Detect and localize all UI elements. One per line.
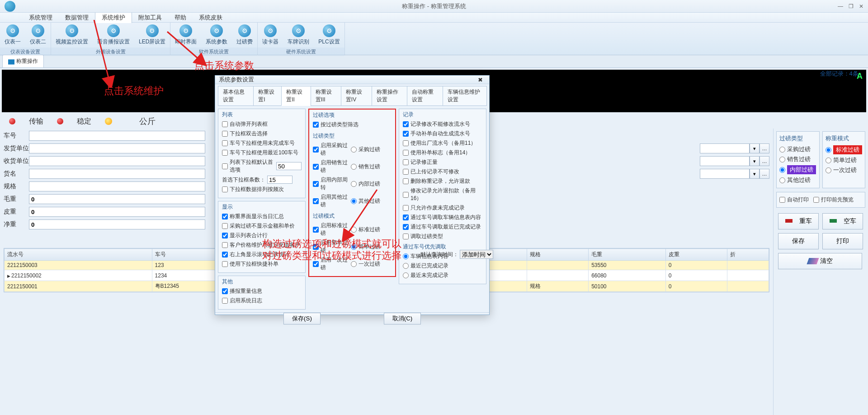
combo-receiver-btn[interactable]: ▾	[750, 156, 760, 166]
grid-header[interactable]: 毛重	[589, 249, 666, 261]
rec-item-9[interactable]: 通过车号调取车辆信息表内容	[403, 213, 482, 222]
input-goods[interactable]	[29, 169, 205, 179]
ribbon-3-2[interactable]: ⚙PLC设置	[314, 23, 344, 48]
menu-3[interactable]: 附加工具	[132, 12, 168, 23]
rec-item-6[interactable]: 删除称重记录，允许退款	[403, 176, 482, 186]
btn-heavy[interactable]: 重车	[778, 213, 819, 229]
btn-print[interactable]: 打印	[822, 233, 863, 249]
disp-item-1[interactable]: 采购过磅不显示金额和单价	[222, 221, 302, 231]
dialog-tab-0[interactable]: 基本信息设置	[218, 86, 254, 106]
menu-5[interactable]: 系统皮肤	[193, 12, 229, 23]
ribbon-3-1[interactable]: ⚙车牌识别	[283, 23, 314, 48]
type-radio-1[interactable]	[779, 157, 785, 162]
dialog-close-icon[interactable]: ✖	[475, 76, 486, 83]
workspace-tab[interactable]: 称重操作	[2, 55, 44, 67]
dialog-tab-4[interactable]: 称重设置IV	[341, 86, 372, 106]
other-item-1[interactable]: 启用系统日志	[222, 296, 302, 305]
input-sender[interactable]	[29, 143, 205, 153]
ftype-r-3[interactable]: 其他过磅	[351, 192, 392, 210]
ribbon-1-2[interactable]: ⚙LED屏设置	[134, 23, 170, 48]
rec-item-8[interactable]: 只允许作废未完成记录	[403, 203, 482, 213]
menu-2[interactable]: 系统维护	[95, 12, 132, 23]
menu-1[interactable]: 数据管理	[59, 12, 95, 23]
other-item-0[interactable]: 播报重量信息	[222, 286, 302, 296]
input-spec[interactable]	[29, 181, 205, 191]
ribbon-2-2[interactable]: ⚙过磅费	[232, 23, 257, 48]
btn-clear[interactable]: 清空	[778, 253, 862, 269]
grid-header[interactable]: 规格	[527, 249, 588, 261]
type-radio-2[interactable]	[779, 167, 785, 173]
combo-goods-more[interactable]: …	[760, 169, 769, 179]
list-item-0[interactable]: 自动弹开列表框	[222, 119, 302, 129]
combo-sender-btn[interactable]: ▾	[750, 143, 760, 153]
grid-header[interactable]: 流水号	[5, 249, 152, 261]
combo-sender[interactable]	[700, 143, 750, 153]
list-item-4[interactable]: 列表下拉框默认首选项	[222, 157, 302, 175]
dialog-tab-2[interactable]: 称重设置II	[281, 86, 311, 106]
ftype-l-3[interactable]: 启用其他过磅	[313, 192, 351, 210]
ftype-r-0[interactable]: 采购过磅	[351, 141, 392, 158]
dialog-tab-5[interactable]: 称重操作设置	[372, 86, 407, 106]
input-car[interactable]	[29, 131, 205, 141]
restore-icon[interactable]: ❐	[849, 3, 854, 10]
fmode-r-0[interactable]: 标准过磅	[351, 221, 392, 238]
ribbon-2-1[interactable]: ⚙系统参数	[201, 23, 232, 48]
filter-top[interactable]: 按过磅类型筛选	[313, 120, 392, 129]
ftype-l-1[interactable]: 启用销售过磅	[313, 158, 351, 175]
dialog-save-button[interactable]: 保存(S)	[283, 313, 321, 324]
disp-item-2[interactable]: 显示列表合计行	[222, 231, 302, 240]
prio-2[interactable]: 最近未完成记录	[403, 271, 482, 280]
list-item-5[interactable]: 首选下拉框条数：	[222, 175, 302, 185]
grid-header[interactable]: 折	[727, 249, 769, 261]
rec-item-0[interactable]: 记录修改不能修改流水号	[403, 119, 482, 129]
fmode-l-2[interactable]: 启用一次过磅	[313, 255, 351, 272]
ribbon-1-0[interactable]: ⚙视频监控设置	[51, 23, 93, 48]
prio-1[interactable]: 最近已完成记录	[403, 261, 482, 271]
mode-radio-2[interactable]	[826, 167, 831, 173]
ftype-l-2[interactable]: 启用内部周转	[313, 175, 351, 192]
ftype-r-1[interactable]: 销售过磅	[351, 158, 392, 175]
list-item-6[interactable]: 下拉框数据排列按频次	[222, 185, 302, 194]
disp-item-5[interactable]: 使用下拉框快捷补单	[222, 259, 302, 269]
disp-item-3[interactable]: 客户价格维护只显示充值客户	[222, 240, 302, 250]
type-radio-0[interactable]	[779, 147, 785, 153]
rec-item-7[interactable]: 修改记录允许退扣款（备用16）	[403, 186, 482, 203]
btn-save[interactable]: 保存	[778, 233, 819, 249]
ribbon-1-1[interactable]: ⚙语音播报设置	[93, 23, 134, 48]
rec-item-1[interactable]: 手动补单自动生成流水号	[403, 129, 482, 138]
dialog-cancel-button[interactable]: 取消(C)	[384, 313, 421, 324]
list-item-3[interactable]: 车号下拉框使用最近100车号	[222, 148, 302, 157]
combo-receiver-more[interactable]: …	[760, 156, 769, 166]
ribbon-2-0[interactable]: ⚙即时界面	[170, 23, 201, 48]
dialog-tab-7[interactable]: 车辆信息维护设置	[443, 86, 487, 106]
combo-sender-more[interactable]: …	[760, 143, 769, 153]
combo-goods[interactable]	[700, 169, 750, 179]
ribbon-0-1[interactable]: ⚙仪表二	[25, 23, 51, 48]
fmode-r-1[interactable]: 简单过磅	[351, 238, 392, 255]
combo-receiver[interactable]	[700, 156, 750, 166]
fmode-l-1[interactable]: 启用简单过磅	[313, 238, 351, 255]
chk-autoprint[interactable]: 自动打印	[779, 195, 809, 205]
input-net[interactable]	[29, 219, 205, 229]
ribbon-0-0[interactable]: ⚙仪表一	[0, 23, 25, 48]
disp-item-4[interactable]: 右上角显示滚动记录统计	[222, 250, 302, 259]
list-item-1[interactable]: 下拉框双击选择	[222, 129, 302, 138]
dialog-tab-3[interactable]: 称重设置III	[311, 86, 341, 106]
type-radio-3[interactable]	[779, 177, 785, 183]
rec-item-5[interactable]: 已上传记录不可修改	[403, 167, 482, 176]
list-item-4-num[interactable]	[276, 162, 302, 170]
ftype-r-2[interactable]: 内部过磅	[351, 175, 392, 192]
chk-preview[interactable]: 打印前先预览	[813, 195, 854, 205]
fmode-l-0[interactable]: 启用标准过磅	[313, 221, 351, 238]
menu-4[interactable]: 帮助	[168, 12, 193, 23]
mode-radio-0[interactable]	[826, 147, 831, 153]
rec-item-2[interactable]: 使用出厂流水号（备用11）	[403, 138, 482, 148]
ribbon-3-0[interactable]: ⚙读卡器	[258, 23, 283, 48]
dialog-tab-1[interactable]: 称重设置I	[253, 86, 282, 106]
combo-goods-btn[interactable]: ▾	[750, 169, 760, 179]
input-tare[interactable]	[29, 207, 205, 217]
rec-item-11[interactable]: 调取过磅类型	[403, 232, 482, 241]
list-item-5-num[interactable]	[267, 176, 292, 184]
dialog-tab-6[interactable]: 自动称重设置	[407, 86, 443, 106]
disp-item-0[interactable]: 称重界面显示当日汇总	[222, 212, 302, 221]
